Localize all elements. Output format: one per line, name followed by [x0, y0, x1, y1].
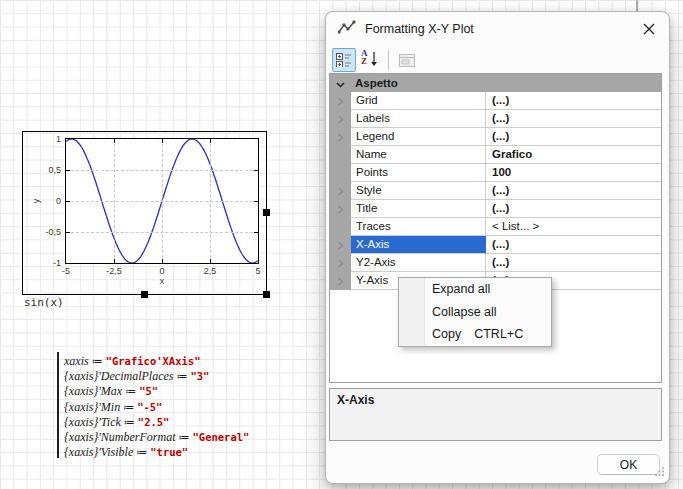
expand-chevron-icon[interactable] — [330, 92, 351, 110]
property-value[interactable]: (...) — [486, 254, 661, 272]
property-name: Traces — [351, 218, 486, 236]
plot-expression-label: sin(x) — [24, 296, 64, 309]
az-sort-icon: AZ — [361, 51, 379, 69]
axis-tick — [210, 139, 211, 143]
resize-handle-right[interactable] — [263, 209, 270, 216]
property-value[interactable]: (...) — [486, 236, 661, 254]
menu-item-label: Collapse all — [432, 305, 497, 319]
plot-gridline — [66, 232, 258, 233]
x-tick-label: 0 — [159, 266, 164, 276]
y-tick-label: 0,5 — [48, 165, 61, 175]
xy-plot-region[interactable]: x y -5-2,502,5510,50-0,5-1 sin(x) — [22, 131, 267, 295]
property-row-name[interactable]: NameGrafico — [330, 146, 661, 164]
expand-chevron-icon[interactable] — [330, 236, 351, 254]
x-axis-title: x — [160, 276, 165, 286]
property-name: Name — [351, 146, 486, 164]
plot-gridline — [210, 139, 211, 263]
script-lhs: {xaxis}'Min — [64, 400, 120, 414]
script-line[interactable]: {xaxis}'Min≔"-5" — [64, 398, 249, 413]
property-row-style[interactable]: Style(...) — [330, 182, 661, 200]
dialog-titlebar[interactable]: Formatting X-Y Plot — [326, 12, 669, 46]
close-icon[interactable] — [641, 21, 657, 37]
axis-tick — [254, 201, 258, 202]
category-row[interactable]: Aspetto — [330, 74, 661, 92]
context-menu: Expand allCollapse allCopyCTRL+C — [398, 277, 552, 347]
property-row-legend[interactable]: Legend(...) — [330, 128, 661, 146]
script-line[interactable]: {xaxis}'DecimalPlaces≔"3" — [64, 367, 249, 382]
script-string-value: "3" — [190, 370, 209, 382]
script-line[interactable]: {xaxis}'NumberFormat≔"General" — [64, 428, 249, 443]
script-line[interactable]: {xaxis}'Tick≔"2.5" — [64, 413, 249, 428]
expand-chevron-icon[interactable] — [330, 110, 351, 128]
property-value[interactable]: < List... > — [486, 218, 661, 236]
assign-operator: ≔ — [124, 416, 135, 428]
property-value[interactable]: (...) — [486, 110, 661, 128]
menu-item-expand-all[interactable]: Expand all — [399, 278, 551, 301]
expand-chevron-icon[interactable] — [330, 272, 351, 290]
menu-item-copy[interactable]: CopyCTRL+C — [399, 323, 551, 346]
property-row-x-axis[interactable]: X-Axis(...) — [330, 236, 661, 254]
property-row-y2-axis[interactable]: Y2-Axis(...) — [330, 254, 661, 272]
property-value[interactable]: (...) — [486, 182, 661, 200]
x-tick-label: -5 — [62, 266, 70, 276]
property-value[interactable]: Grafico — [486, 146, 661, 164]
property-row-grid[interactable]: Grid(...) — [330, 92, 661, 110]
script-block[interactable]: xaxis≔"Grafico'XAxis"{xaxis}'DecimalPlac… — [57, 352, 249, 458]
property-value[interactable]: (...) — [486, 128, 661, 146]
script-lhs: {xaxis}'Max — [64, 384, 122, 398]
script-line[interactable]: {xaxis}'Max≔"5" — [64, 382, 249, 397]
axis-tick — [114, 259, 115, 263]
script-line[interactable]: xaxis≔"Grafico'XAxis" — [64, 352, 249, 367]
property-row-labels[interactable]: Labels(...) — [330, 110, 661, 128]
property-row-points[interactable]: Points100 — [330, 164, 661, 182]
worksheet: x y -5-2,502,5510,50-0,5-1 sin(x) xaxis≔… — [0, 0, 683, 489]
categorized-icon — [336, 53, 352, 67]
expand-chevron-icon[interactable] — [330, 182, 351, 200]
y-tick-label: 1 — [56, 134, 61, 144]
property-value[interactable]: (...) — [486, 200, 661, 218]
expand-chevron-icon — [330, 218, 351, 236]
plot-gridline — [66, 201, 258, 202]
menu-item-label: Copy — [432, 327, 461, 341]
script-lhs: xaxis — [64, 354, 89, 368]
property-value[interactable]: 100 — [486, 164, 661, 182]
property-name: Legend — [351, 128, 486, 146]
script-lhs: {xaxis}'NumberFormat — [64, 430, 176, 444]
x-tick-label: 5 — [255, 266, 260, 276]
script-lhs: {xaxis}'DecimalPlaces — [64, 369, 173, 383]
property-name: Grid — [351, 92, 486, 110]
axis-tick — [254, 170, 258, 171]
resize-grip-icon[interactable] — [655, 462, 665, 480]
axis-tick — [66, 201, 70, 202]
axis-tick — [66, 232, 70, 233]
alphabetical-sort-button[interactable]: AZ — [358, 48, 382, 72]
resize-handle-bottom[interactable] — [141, 291, 148, 298]
dialog-title: Formatting X-Y Plot — [365, 22, 632, 36]
collapse-chevron-icon[interactable] — [330, 74, 351, 92]
script-string-value: "5" — [139, 385, 158, 397]
axis-tick — [254, 232, 258, 233]
expand-chevron-icon — [330, 164, 351, 182]
expand-chevron-icon[interactable] — [330, 200, 351, 218]
property-pages-icon — [399, 54, 415, 67]
assign-operator: ≔ — [179, 431, 190, 443]
categorized-view-button[interactable] — [332, 48, 356, 72]
toolbar-separator — [388, 50, 389, 70]
menu-item-label: Expand all — [432, 282, 490, 296]
property-row-title[interactable]: Title(...) — [330, 200, 661, 218]
property-row-traces[interactable]: Traces< List... > — [330, 218, 661, 236]
resize-handle-bottom-right[interactable] — [263, 291, 270, 298]
xy-plot-icon — [338, 20, 356, 39]
ok-button[interactable]: OK — [597, 454, 660, 475]
property-value[interactable]: (...) — [486, 92, 661, 110]
expand-chevron-icon[interactable] — [330, 128, 351, 146]
expand-chevron-icon[interactable] — [330, 254, 351, 272]
script-line[interactable]: {xaxis}'Visible≔"true" — [64, 443, 249, 458]
x-tick-label: 2,5 — [204, 266, 217, 276]
menu-item-collapse-all[interactable]: Collapse all — [399, 301, 551, 324]
property-name: X-Axis — [351, 236, 486, 254]
property-rows: Grid(...)Labels(...)Legend(...)NameGrafi… — [330, 92, 661, 290]
y-tick-label: -1 — [53, 258, 61, 268]
assign-operator: ≔ — [125, 385, 136, 397]
property-name: Y2-Axis — [351, 254, 486, 272]
